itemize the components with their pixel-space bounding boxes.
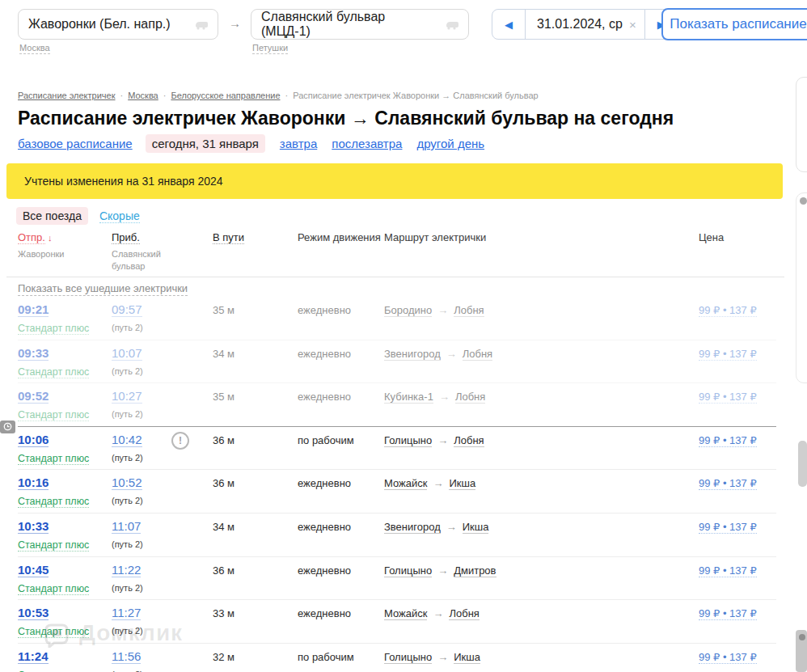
route-from-link[interactable]: Голицыно: [384, 434, 432, 447]
departure-time-link[interactable]: 09:52: [18, 389, 49, 404]
train-class-link[interactable]: Стандарт плюс: [18, 409, 89, 421]
day-tab[interactable]: другой день: [416, 137, 484, 150]
schedule-mode: ежедневно: [298, 521, 351, 533]
departure-time-link[interactable]: 09:21: [18, 302, 49, 317]
route-from-link[interactable]: Можайск: [384, 607, 427, 620]
trip-duration: 32 м: [213, 651, 234, 663]
schedule-page: Жаворонки (Бел. напр.) Москва → Славянск…: [0, 0, 807, 672]
column-price: Цена: [699, 231, 724, 243]
route-arrow-icon: →: [437, 434, 448, 446]
show-schedule-button[interactable]: Показать расписание: [661, 8, 807, 40]
route-to-link[interactable]: Лобня: [463, 348, 492, 361]
side-widget-panel[interactable]: [796, 192, 807, 383]
price-link[interactable]: 99 ₽ • 137 ₽: [699, 434, 757, 447]
train-class-link[interactable]: Стандарт плюс: [18, 366, 89, 378]
route-to-link[interactable]: Лобня: [454, 304, 484, 317]
train-class-link[interactable]: Стандарт плюс: [18, 323, 89, 335]
breadcrumb-current: Расписание электричек Жаворонки → Славян…: [293, 91, 539, 100]
column-duration[interactable]: В пути: [213, 231, 244, 244]
arrival-time-link[interactable]: 11:22: [112, 563, 141, 577]
route-from-link[interactable]: Звенигород: [384, 521, 441, 534]
from-station-input[interactable]: Жаворонки (Бел. напр.): [18, 9, 218, 40]
arrival-time-link[interactable]: 10:27: [112, 389, 142, 404]
route-from-link[interactable]: Можайск: [384, 477, 427, 490]
table-row: 10:06 Стандарт плюс 10:42 (путь 2) ! 36 …: [18, 427, 776, 470]
route-to-link[interactable]: Икша: [449, 477, 475, 490]
column-departure[interactable]: Отпр.↓: [18, 231, 52, 244]
arrival-time-link[interactable]: 10:07: [112, 346, 142, 361]
track-label: (путь 2): [112, 409, 143, 419]
departure-time-link[interactable]: 10:53: [18, 606, 49, 620]
price-link[interactable]: 99 ₽ • 137 ₽: [699, 564, 757, 577]
to-region-hint[interactable]: Петушки: [252, 43, 288, 54]
route-from-link[interactable]: Бородино: [384, 304, 432, 317]
breadcrumb-separator: ·: [163, 91, 167, 100]
arrival-time-link[interactable]: 11:07: [112, 519, 141, 534]
schedule-mode: ежедневно: [298, 607, 351, 619]
route-from-link[interactable]: Звенигород: [384, 348, 441, 361]
trip-duration: 35 м: [213, 391, 234, 403]
arrival-time-link[interactable]: 09:57: [112, 302, 142, 317]
route-arrow-icon: →: [437, 564, 448, 577]
column-arrival[interactable]: Приб.: [112, 231, 140, 244]
day-tab-active[interactable]: сегодня, 31 января: [146, 134, 265, 153]
departure-time-link[interactable]: 10:16: [18, 475, 49, 490]
column-route: Маршрут электрички: [384, 231, 486, 243]
route-from-link[interactable]: Голицыно: [384, 564, 432, 577]
date-value: 31.01.2024, ср: [537, 17, 623, 32]
route-to-link[interactable]: Лобня: [454, 434, 484, 447]
day-tab[interactable]: базовое расписание: [18, 137, 133, 150]
breadcrumb-link[interactable]: Москва: [128, 91, 158, 100]
departure-time-link[interactable]: 11:24: [18, 649, 49, 664]
breadcrumb-link[interactable]: Расписание электричек: [18, 91, 116, 100]
arrival-time-link[interactable]: 10:52: [112, 475, 142, 490]
scrollbar-thumb[interactable]: [798, 441, 807, 487]
departure-time-link[interactable]: 10:33: [18, 519, 49, 534]
train-class-link[interactable]: Стандарт плюс: [18, 626, 89, 638]
departure-time-link[interactable]: 10:45: [18, 563, 49, 577]
route-to-link[interactable]: Икша: [454, 651, 480, 664]
arrival-time-link[interactable]: 10:42: [112, 433, 142, 447]
date-input[interactable]: 31.01.2024, ср ×: [525, 9, 645, 40]
train-class-link[interactable]: Стандарт плюс: [18, 496, 89, 508]
route-arrow-icon: →: [437, 651, 448, 663]
trip-duration: 36 м: [213, 477, 234, 489]
from-region-hint[interactable]: Москва: [19, 43, 50, 54]
route-to-link[interactable]: Лобня: [455, 391, 485, 404]
route-from-link[interactable]: Голицыно: [384, 651, 432, 664]
filter-express[interactable]: Скорые: [99, 209, 140, 223]
train-class-link[interactable]: Стандарт плюс: [18, 453, 89, 465]
side-widget-panel[interactable]: [796, 77, 807, 172]
price-link[interactable]: 99 ₽ • 137 ₽: [699, 348, 757, 361]
route-to-link[interactable]: Лобня: [449, 607, 479, 620]
arrival-time-link[interactable]: 11:27: [112, 606, 141, 620]
train-class-link[interactable]: Стандарт плюс: [18, 583, 89, 595]
price-link[interactable]: 99 ₽ • 137 ₽: [699, 391, 757, 404]
departure-time-link[interactable]: 09:33: [18, 346, 49, 361]
show-departed-toggle[interactable]: Показать все ушедшие электрички: [18, 282, 188, 296]
table-row: 11:24 Стандарт плюс 11:56 (путь 2) 32 м …: [18, 643, 776, 672]
train-class-link[interactable]: Стандарт плюс: [18, 539, 89, 552]
route-to-link[interactable]: Икша: [463, 521, 489, 534]
departure-time-link[interactable]: 10:06: [18, 433, 49, 447]
to-station-input[interactable]: Славянский бульвар (МЦД-1): [251, 9, 469, 40]
prev-day-button[interactable]: ◀: [492, 9, 526, 40]
warning-icon[interactable]: !: [171, 432, 189, 450]
breadcrumb-link[interactable]: Белорусское направление: [171, 91, 280, 100]
day-tab[interactable]: завтра: [280, 137, 317, 150]
table-row: 09:21 Стандарт плюс 09:57 (путь 2) 35 м …: [18, 297, 776, 340]
price-link[interactable]: 99 ₽ • 137 ₽: [699, 477, 757, 490]
sort-desc-icon: ↓: [48, 233, 53, 243]
arrival-time-link[interactable]: 11:56: [112, 649, 141, 664]
price-link[interactable]: 99 ₽ • 137 ₽: [699, 651, 757, 664]
day-tab[interactable]: послезавтра: [332, 137, 402, 150]
route-to-link[interactable]: Дмитров: [454, 564, 496, 577]
trip-duration: 34 м: [213, 521, 234, 533]
price-link[interactable]: 99 ₽ • 137 ₽: [699, 521, 757, 534]
filter-all-trains[interactable]: Все поезда: [16, 207, 88, 225]
route-from-link[interactable]: Кубинка-1: [384, 391, 433, 404]
price-link[interactable]: 99 ₽ • 137 ₽: [699, 304, 757, 317]
clear-date-icon[interactable]: ×: [629, 18, 636, 32]
price-link[interactable]: 99 ₽ • 137 ₽: [699, 607, 757, 620]
current-time-marker: [18, 426, 776, 427]
